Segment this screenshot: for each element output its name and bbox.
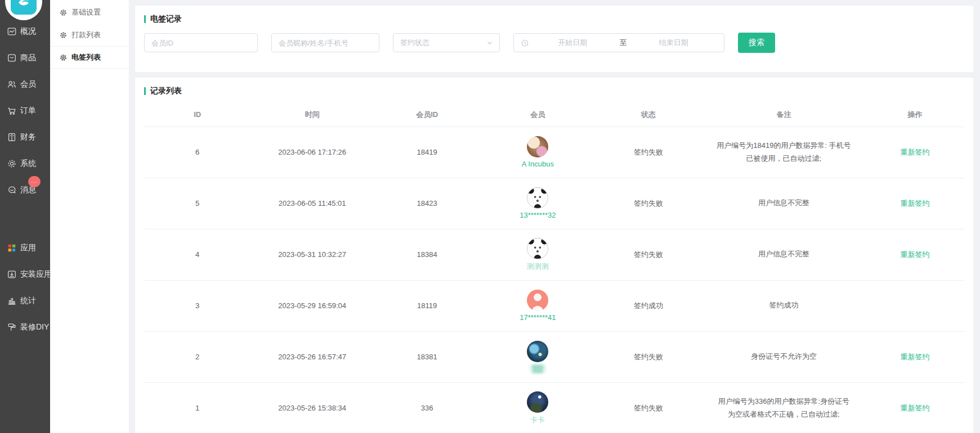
re-sign-link[interactable]: 重新签约 [901,148,930,156]
primary-sidebar: 概况 商品 会员 订单 [0,0,50,433]
records-panel: 记录列表 ID 时间 会员ID 会员 状态 备注 操作 [135,78,973,433]
member-name-link[interactable]: '██' [530,364,546,373]
member-name-link[interactable]: 卡卡 [530,415,545,425]
sidebar-item-label: 商品 [20,53,36,63]
member-name-link[interactable]: 13*******32 [520,211,556,219]
app-logo[interactable] [5,0,42,20]
title-accent-bar [144,15,146,23]
sidebar-item-finance[interactable]: 财务 [0,124,50,150]
diy-icon [7,322,17,332]
cell-member-id: 336 [374,382,480,433]
sidebar-item-label: 订单 [20,106,36,116]
re-sign-link[interactable]: 重新签约 [901,250,930,259]
sidebar-item-install-apps[interactable]: 安装应用 [0,261,50,287]
table-body: 6 2023-06-06 17:17:26 18419 A Incubus 签约… [144,127,964,433]
submenu-item-payment-list[interactable]: 打款列表 [50,24,129,46]
sidebar-item-messages[interactable]: 消息 ... [0,177,50,203]
member-name-link[interactable]: 测测测 [527,261,549,272]
goods-icon [7,53,17,63]
orders-icon [7,106,17,116]
overview-icon [7,26,17,37]
date-separator: 至 [616,38,630,48]
submenu-item-basic-settings[interactable]: 基础设置 [50,1,129,24]
sidebar-item-goods[interactable]: 商品 [0,44,50,71]
gear-icon [60,9,67,16]
sidebar-item-label: 安装应用 [20,269,52,279]
sidebar-item-system[interactable]: 系统 [0,150,50,177]
re-sign-link[interactable]: 重新签约 [901,353,930,361]
cell-time: 2023-06-06 17:17:26 [250,127,374,178]
sidebar-item-members[interactable]: 会员 [0,71,50,97]
date-range-picker[interactable]: 开始日期 至 结束日期 [513,33,724,52]
submenu-item-esign-list[interactable]: 电签列表 [50,46,129,69]
sign-status-placeholder: 签约状态 [400,38,429,48]
cell-action: 重新签约 [866,331,964,382]
cell-member: 卡卡 [480,382,595,433]
re-sign-link[interactable]: 重新签约 [901,199,930,208]
col-header-status: 状态 [595,103,701,127]
col-header-id: ID [144,103,250,127]
cell-action: 重新签约 [866,127,964,178]
avatar [527,238,548,259]
col-header-time: 时间 [250,103,374,127]
cell-member: 测测测 [480,229,595,280]
member-name-input[interactable] [271,33,379,52]
cell-remark: 用户编号为336的用户数据异常:身份证号为空或者格式不正确，已自动过滤; [702,382,866,433]
filter-panel-title-text: 电签记录 [150,14,182,24]
avatar [527,136,548,157]
table-row: 4 2023-05-31 10:32:27 18384 测测测 签约失败 用户信… [144,229,964,280]
cell-remark: 用户信息不完整 [702,178,866,229]
cell-time: 2023-05-29 16:59:04 [250,280,374,331]
cell-remark: 用户编号为18419的用户数据异常: 手机号已被使用，已自动过滤; [702,127,866,178]
member-name-link[interactable]: 17*******41 [520,313,556,322]
submenu-item-label: 基础设置 [71,7,101,17]
gear-icon [60,54,67,61]
member-name-link[interactable]: A Incubus [522,160,554,168]
system-icon [7,159,17,169]
logo-tile [11,0,37,15]
sidebar-item-diy[interactable]: 装修DIY [0,314,50,340]
sidebar-item-stats[interactable]: 统计 [0,287,50,314]
chevron-down-icon [486,39,494,47]
cell-action [866,280,964,331]
finance-icon [7,132,17,142]
message-icon [7,185,17,195]
apps-icon [7,243,17,253]
sidebar-item-overview[interactable]: 概况 [0,18,50,44]
header-row: ID 时间 会员ID 会员 状态 备注 操作 [144,103,964,127]
table-row: 2 2023-05-26 16:57:47 18381 '██' 签约失败 身份… [144,331,964,382]
cell-remark: 身份证号不允许为空 [702,331,866,382]
avatar [527,187,548,209]
search-button[interactable]: 搜索 [738,33,775,53]
member-id-input[interactable] [144,33,258,52]
table-head: ID 时间 会员ID 会员 状态 备注 操作 [144,103,964,127]
cell-member: 17*******41 [480,280,595,331]
cell-member-id: 18119 [374,280,480,331]
sidebar-item-label: 装修DIY [20,322,49,332]
re-sign-link[interactable]: 重新签约 [901,404,930,412]
members-icon [7,79,17,89]
table-row: 3 2023-05-29 16:59:04 18119 17*******41 … [144,280,964,331]
records-panel-title-text: 记录列表 [150,86,182,96]
sidebar-item-label: 概况 [20,26,36,37]
unread-badge: ... [28,176,41,187]
sidebar-item-label: 应用 [20,243,36,253]
col-header-remark: 备注 [702,103,866,127]
records-table: ID 时间 会员ID 会员 状态 备注 操作 6 2023-06-06 17:1… [144,103,964,433]
cell-member-id: 18381 [374,331,480,382]
sidebar-item-orders[interactable]: 订单 [0,97,50,124]
filter-panel: 电签记录 签约状态 开始日期 至 结束日期 搜索 [135,6,973,72]
stats-icon [7,296,17,306]
sign-status-select[interactable]: 签约状态 [393,33,500,52]
primary-nav: 概况 商品 会员 订单 [0,18,50,340]
cell-member-id: 18423 [374,178,480,229]
clock-icon [521,39,529,47]
cell-member: A Incubus [480,127,595,178]
main-content: 电签记录 签约状态 开始日期 至 结束日期 搜索 [129,0,980,433]
cell-id: 3 [144,280,250,331]
cell-time: 2023-06-05 11:45:01 [250,178,374,229]
table-row: 6 2023-06-06 17:17:26 18419 A Incubus 签约… [144,127,964,178]
sidebar-item-apps[interactable]: 应用 [0,234,50,261]
submenu-item-label: 打款列表 [71,30,101,40]
logo-swirl-icon [15,0,32,10]
